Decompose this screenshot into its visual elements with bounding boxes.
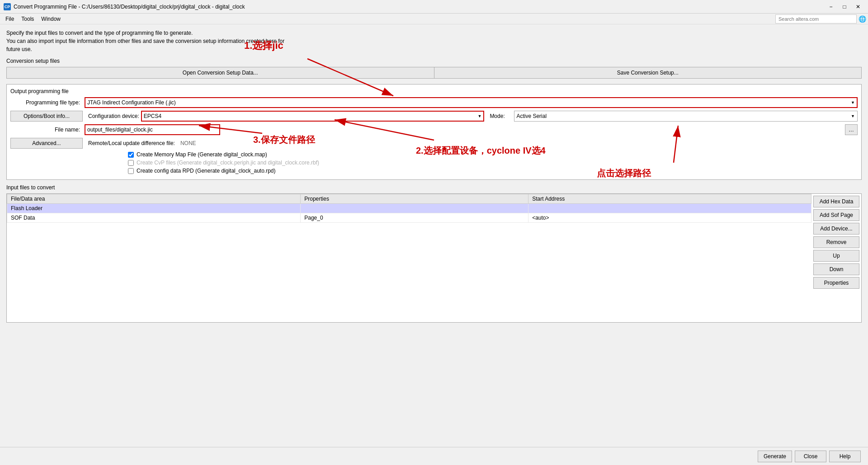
restore-button[interactable]: □ [838,2,851,12]
search-globe-icon: 🌐 [859,15,866,23]
save-conversion-button[interactable]: Save Conversion Setup... [434,67,862,79]
remove-button[interactable]: Remove [813,236,859,248]
programming-file-type-row: Programming file type: JTAG Indirect Con… [10,97,858,108]
flash-loader-props [301,204,528,213]
add-device-button[interactable]: Add Device... [813,223,859,235]
menu-tools[interactable]: Tools [18,15,38,23]
description: Specify the input files to convert and t… [6,29,862,53]
file-name-label: File name: [10,127,83,133]
advanced-row: Advanced... Remote/Local update differen… [10,138,858,149]
menu-bar: File Tools Window 🌐 [0,14,868,24]
checkbox1-label: Create Memory Map File (Generate digital… [137,151,267,158]
add-hex-data-button[interactable]: Add Hex Data [813,196,859,207]
close-button-bottom[interactable]: Close [795,451,826,462]
checkbox2[interactable] [128,160,134,166]
advanced-button[interactable]: Advanced... [10,138,83,149]
col-file: File/Data area [7,194,301,204]
conversion-setup-row: Open Conversion Setup Data... Save Conve… [6,67,862,79]
output-programming-label: Output programming file [10,88,858,94]
title-bar-left: CP Convert Programming File - C:/Users/8… [4,3,245,10]
app-window: CP Convert Programming File - C:/Users/8… [0,0,868,465]
menu-file[interactable]: File [2,15,18,23]
file-name-input[interactable] [85,124,220,135]
checkbox2-row: Create CvP files (Generate digital_clock… [10,160,858,166]
window-title: Convert Programming File - C:/Users/8613… [14,4,245,10]
flash-loader-addr [528,204,811,213]
checkbox1[interactable] [128,152,134,158]
options-boot-button[interactable]: Options/Boot info... [10,111,83,122]
table-row[interactable]: SOF Data Page_0 <auto> [7,213,811,223]
search-bar: 🌐 [775,14,866,23]
checkbox3-label: Create config data RPD (Generate digital… [137,168,276,174]
desc-line1: Specify the input files to convert and t… [6,29,862,37]
open-conversion-button[interactable]: Open Conversion Setup Data... [6,67,434,79]
title-bar-controls: − □ ✕ [825,2,864,12]
app-icon: CP [4,3,11,10]
configuration-device-wrapper: EPCS4 [141,111,485,122]
configuration-device-select[interactable]: EPCS4 [141,111,485,122]
bottom-bar: Generate Close Help [0,447,868,465]
remote-local-label: Remote/Local update difference file: [88,140,175,146]
title-bar: CP Convert Programming File - C:/Users/8… [0,0,868,14]
sof-data-addr: <auto> [528,213,811,223]
config-row: Options/Boot info... Configuration devic… [10,111,858,122]
minimize-button[interactable]: − [825,2,837,12]
checkbox1-row: Create Memory Map File (Generate digital… [10,151,858,158]
checkbox2-label: Create CvP files (Generate digital_clock… [137,160,319,166]
input-files-label: Input files to convert [6,184,862,191]
close-button[interactable]: ✕ [852,2,864,12]
down-button[interactable]: Down [813,263,859,275]
input-files-section: Input files to convert File/Data area Pr… [6,184,862,323]
file-name-row: File name: … [10,124,858,135]
checkbox3[interactable] [128,168,134,174]
search-input[interactable] [775,14,857,23]
generate-button[interactable]: Generate [758,451,792,462]
sof-data-cell: SOF Data [7,213,301,223]
programming-file-type-wrapper: JTAG Indirect Configuration File (.jic) [85,97,858,108]
mode-wrapper: Active Serial [514,111,858,122]
file-table-container: File/Data area Properties Start Address … [7,194,811,322]
remote-local-value: NONE [180,140,196,146]
properties-button[interactable]: Properties [813,277,859,289]
flash-loader-cell: Flash Loader [7,204,301,213]
conversion-setup-label: Conversion setup files [6,58,862,64]
sof-data-props: Page_0 [301,213,528,223]
desc-line3: future use. [6,45,862,53]
mode-label: Mode: [490,113,512,119]
configuration-device-label: Configuration device: [88,113,139,119]
programming-file-type-label: Programming file type: [10,99,83,106]
help-button[interactable]: Help [829,451,861,462]
desc-line2: You can also import input file informati… [6,37,862,45]
menu-window[interactable]: Window [38,15,64,23]
up-button[interactable]: Up [813,250,859,262]
input-files-container: File/Data area Properties Start Address … [6,193,862,323]
mode-select[interactable]: Active Serial [514,111,858,122]
main-content: Specify the input files to convert and t… [0,24,868,327]
file-browse-button[interactable]: … [845,124,858,135]
file-table: File/Data area Properties Start Address … [7,194,811,223]
side-buttons-panel: Add Hex Data Add Sof Page Add Device... … [811,194,861,322]
add-sof-page-button[interactable]: Add Sof Page [813,209,859,221]
output-programming-section: Output programming file Programming file… [6,84,862,180]
checkbox3-row: Create config data RPD (Generate digital… [10,168,858,174]
col-start-address: Start Address [528,194,811,204]
table-row[interactable]: Flash Loader [7,204,811,213]
col-properties: Properties [301,194,528,204]
programming-file-type-select[interactable]: JTAG Indirect Configuration File (.jic) [85,97,858,108]
